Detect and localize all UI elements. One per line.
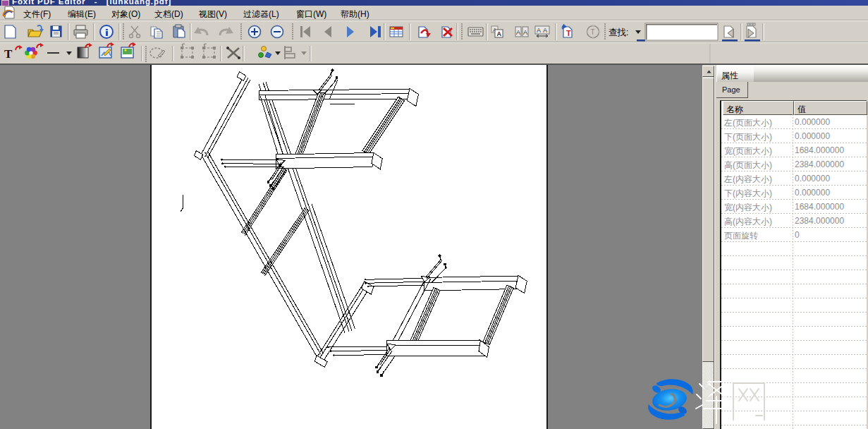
svg-text:A: A	[537, 27, 541, 34]
svg-text:查找:: 查找:	[609, 28, 628, 37]
svg-text:T: T	[591, 28, 595, 36]
svg-text:A: A	[516, 29, 520, 36]
svg-text:A: A	[543, 27, 547, 34]
svg-text:A: A	[523, 29, 527, 36]
svg-text:T: T	[566, 29, 571, 37]
svg-text:A: A	[497, 30, 502, 37]
svg-text:T: T	[4, 47, 13, 61]
